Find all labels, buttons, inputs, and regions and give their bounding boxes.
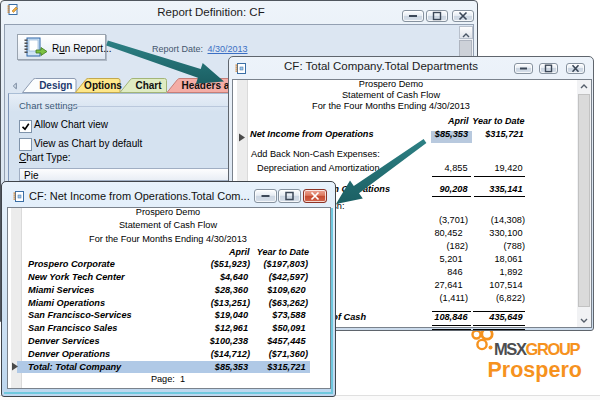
svg-text:Chart: Chart: [135, 80, 162, 91]
svg-text:Design: Design: [39, 80, 72, 91]
svg-text:Options: Options: [84, 80, 122, 91]
